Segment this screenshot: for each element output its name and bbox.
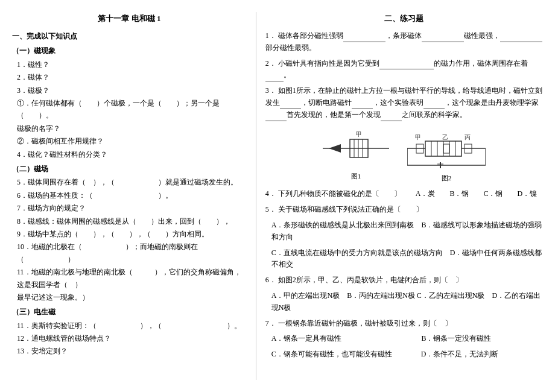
diagram-area: 甲 图1 [265,126,543,184]
chapter-title: 第十一章 电和磁 1 [12,12,247,25]
q4-num: 4． [265,189,276,198]
question-5c: C．直线电流在磁场中的受力方向就是该点的磁场方向 D．磁场中任何两条磁感线都不相… [271,247,543,271]
list-item: 6．磁场的基本性质：（ ）。 [17,189,247,201]
page: 第十一章 电和磁 1 一、完成以下知识点 （一）磁现象 1．磁性？ 2．磁体？ … [0,0,555,392]
left-column: 第十一章 电和磁 1 一、完成以下知识点 （一）磁现象 1．磁性？ 2．磁体？ … [12,12,256,380]
fig1-svg: 甲 [323,127,389,169]
q7-num: 7． [265,319,276,327]
q1b: 磁极的名字？ [17,122,247,134]
q4-text: 下列几种物质不能被磁化的是〔 〕 A．炭 B．钢 C．钢 D．镍 [278,189,537,198]
q7-text: 一根钢条靠近磁针的磁极，磁针被吸引过来，则〔 〕 [278,319,452,327]
q1-text: 磁体各部分磁性强弱，条形磁体磁性最强，部分磁性最弱。 [265,31,542,52]
q7a-text: A．钢条一定具有磁性 B．钢条一定没有磁性 [271,334,492,343]
list-item: 12．通电螺线管的磁场特点？ [17,332,247,344]
question-3: 3． 如图1所示，在静止的磁针上方拉一根与磁针平行的导线，给导线通电时，磁针立刻… [265,85,543,121]
q5-num: 5． [265,205,276,213]
q3-num: 3． [265,86,276,95]
sub3: （三）电生磁 [12,306,247,318]
q2-num: 2． [265,59,276,68]
question-2: 2． 小磁针具有指向性是因为它受到的磁力作用，磁体周围存在着。 [265,58,543,82]
svg-text:甲: 甲 [415,134,421,141]
svg-rect-24 [443,144,449,153]
q6-num: 6． [265,276,276,284]
q3: 4．磁化？磁性材料的分类？ [17,148,247,160]
question-6: 6． 如图2所示，甲、乙、丙是软铁片，电键闭合后，则〔 〕 [265,274,543,286]
q2-text: 小磁针具有指向性是因为它受到的磁力作用，磁体周围存在着。 [265,59,528,80]
list-item: 10．地磁的北极在（ ）；而地磁的南极则在（ ） [17,241,247,265]
q1: ①．任何磁体都有（ ）个磁极，一个是（ ）；另一个是（ ）。 [17,97,247,122]
q1-num: 1． [265,31,276,40]
question-7a: A．钢条一定具有磁性 B．钢条一定没有磁性 [271,333,543,345]
q6a-text: A．甲的左端出现N极 B．丙的左端出现N极 C．乙的左端出现N极 D．乙的右端出… [271,291,541,312]
sub2: （二）磁场 [12,163,247,175]
fig2-container: 甲 乙 丙 图2 [407,126,486,184]
svg-text:丙: 丙 [465,134,471,141]
question-5a: A．条形磁铁的磁感线是从北极出来回到南极 B．磁感线可以形象地描述磁场的强弱和方… [271,220,543,244]
q5c-text: C．直线电流在磁场中的受力方向就是该点的磁场方向 D．磁场中任何两条磁感线都不相… [271,248,542,269]
question-1: 1． 磁体各部分磁性强弱，条形磁体磁性最强，部分磁性最弱。 [265,30,543,54]
q7c-text: C．钢条可能有磁性，也可能没有磁性 D．条件不足，无法判断 [271,350,499,358]
fig2-svg: 甲 乙 丙 [407,126,486,171]
question-4: 4． 下列几种物质不能被磁化的是〔 〕 A．炭 B．钢 C．钢 D．镍 [265,188,543,200]
svg-text:甲: 甲 [356,131,362,138]
list-item: 11．地磁的南北极与地理的南北极（ ），它们的交角称磁偏角，这是我国学者（ ） [17,266,247,291]
question-5: 5． 关于磁场和磁感线下列说法正确的是〔 〕 [265,204,543,216]
fig1-container: 甲 图1 [323,127,389,182]
fig1-label: 图1 [323,171,389,182]
question-6a: A．甲的左端出现N极 B．丙的左端出现N极 C．乙的左端出现N极 D．乙的右端出… [271,290,543,314]
q3-text: 如图1所示，在静止的磁针上方拉一根与磁针平行的导线，给导线通电时，磁针立刻发生，… [265,86,542,119]
list-item: 最早记述这一现象。） [17,291,247,303]
question-7: 7． 一根钢条靠近磁针的磁极，磁针被吸引过来，则〔 〕 [265,318,543,330]
q5-text: 关于磁场和磁感线下列说法正确的是〔 〕 [278,205,423,213]
list-item: 9．磁场中某点的（ ），（ ），（ ）方向相同。 [17,228,247,240]
q5a-text: A．条形磁铁的磁感线是从北极出来回到南极 B．磁感线可以形象地描述磁场的强弱和方… [271,221,542,241]
right-column: 二、练习题 1． 磁体各部分磁性强弱，条形磁体磁性最强，部分磁性最弱。 2． 小… [256,12,543,380]
q6-text: 如图2所示，甲、乙、丙是软铁片，电键闭合后，则〔 〕 [278,276,463,284]
list-item: 13．安培定则？ [17,345,247,357]
svg-text:乙: 乙 [442,134,448,141]
question-7c: C．钢条可能有磁性，也可能没有磁性 D．条件不足，无法判断 [271,349,543,361]
section1-title: 一、完成以下知识点 [12,30,247,42]
exercise-title: 二、练习题 [265,12,543,25]
list-item: 7．磁场方向的规定？ [17,202,247,214]
list-item: 2．磁体？ [17,71,247,83]
q2: ②．磁极间相互作用规律？ [17,135,247,147]
list-item: 11．奥斯特实验证明：（ ），（ ）。 [17,320,247,332]
list-item: 3．磁极？ [17,84,247,96]
sub1: （一）磁现象 [12,45,247,57]
fig2-label: 图2 [407,172,486,184]
list-item: 8．磁感线：磁体周围的磁感线是从（ ）出来，回到（ ）， [17,215,247,227]
list-item: 5．磁体周围存在着（ ），（ ）就是通过磁场发生的。 [17,176,247,188]
list-item: 1．磁性？ [17,58,247,71]
